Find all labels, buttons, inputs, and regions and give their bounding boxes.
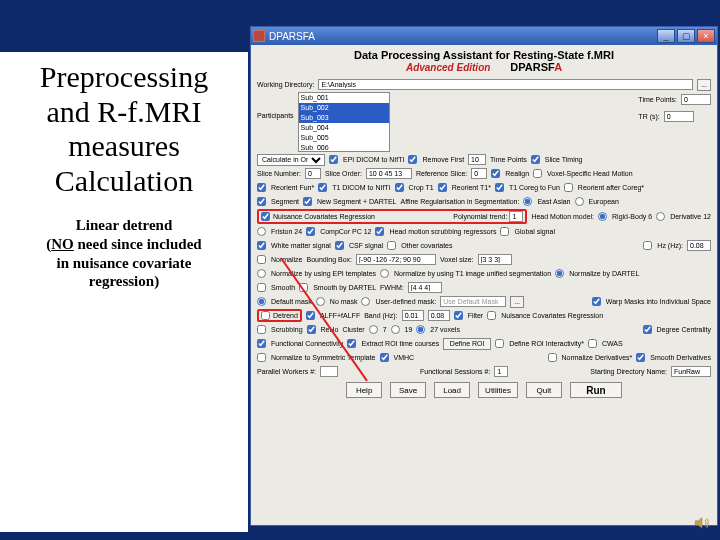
remove-first-n-input[interactable] [468, 154, 486, 165]
user-mask-browse-button[interactable]: ... [510, 296, 524, 308]
parallel-workers-input[interactable] [320, 366, 338, 377]
cluster27-radio[interactable] [416, 325, 425, 334]
segment-checkbox[interactable] [257, 197, 266, 206]
european-radio[interactable] [575, 197, 584, 206]
default-mask-radio[interactable] [257, 297, 266, 306]
wm-checkbox[interactable] [257, 241, 266, 250]
csf-checkbox[interactable] [335, 241, 344, 250]
slide-text-panel: Preprocessing and R-f.MRI measures Calcu… [0, 52, 248, 532]
titlebar[interactable]: DPARSFA _ ▢ × [251, 27, 717, 45]
list-item[interactable]: Sub_001 [299, 93, 389, 103]
functional-sessions-input[interactable] [494, 366, 508, 377]
east-asian-radio[interactable] [523, 197, 532, 206]
utilities-button[interactable]: Utilities [478, 382, 518, 398]
slice-order-input[interactable] [366, 168, 412, 179]
degree-centrality-checkbox[interactable] [643, 325, 652, 334]
list-item[interactable]: Sub_003 [299, 113, 389, 123]
working-dir-input[interactable] [318, 79, 693, 90]
voxel-hm-checkbox[interactable] [533, 169, 542, 178]
poly-trend-input[interactable] [509, 211, 523, 222]
fwhm-input[interactable] [408, 282, 442, 293]
compcor-checkbox[interactable] [306, 227, 315, 236]
starting-dir-input[interactable] [671, 366, 711, 377]
alff-checkbox[interactable] [306, 311, 315, 320]
list-item[interactable]: Sub_004 [299, 123, 389, 133]
load-button[interactable]: Load [434, 382, 470, 398]
no-mask-radio[interactable] [316, 297, 325, 306]
remove-first-checkbox[interactable] [408, 155, 417, 164]
app-edition: Advanced Edition [406, 62, 490, 73]
t1-dicom-checkbox[interactable] [318, 183, 327, 192]
cluster7-radio[interactable] [369, 325, 378, 334]
detrend-checkbox[interactable] [261, 311, 270, 320]
extract-roi-checkbox[interactable] [347, 339, 356, 348]
norm-dartel-radio[interactable] [555, 269, 564, 278]
epi-dicom-checkbox[interactable] [329, 155, 338, 164]
maximize-button[interactable]: ▢ [677, 29, 695, 43]
reorient-t1-checkbox[interactable] [438, 183, 447, 192]
vmhc-checkbox[interactable] [380, 353, 389, 362]
warp-masks-checkbox[interactable] [592, 297, 601, 306]
ref-slice-input[interactable] [471, 168, 487, 179]
run-button[interactable]: Run [570, 382, 622, 398]
define-roi-inter-checkbox[interactable] [495, 339, 504, 348]
realign-checkbox[interactable] [491, 169, 500, 178]
nuisance2-checkbox[interactable] [487, 311, 496, 320]
list-item[interactable]: Sub_002 [299, 103, 389, 113]
rigid-body-radio[interactable] [598, 212, 607, 221]
functional-sessions-label: Functional Sessions #: [420, 368, 490, 375]
participants-listbox[interactable]: Sub_001 Sub_002 Sub_003 Sub_004 Sub_005 … [298, 92, 390, 152]
norm-sym-checkbox[interactable] [257, 353, 266, 362]
working-dir-browse-button[interactable]: ... [697, 79, 711, 91]
slice-timing-checkbox[interactable] [531, 155, 540, 164]
smooth-deriv-checkbox[interactable] [636, 353, 645, 362]
norm-epi-radio[interactable] [257, 269, 266, 278]
help-button[interactable]: Help [346, 382, 382, 398]
voxel-size-label: Voxel size: [440, 256, 473, 263]
time-points-input[interactable] [681, 94, 711, 105]
norm-deriv-checkbox[interactable] [548, 353, 557, 362]
bounding-box-input[interactable] [356, 254, 436, 265]
list-item[interactable]: Sub_005 [299, 133, 389, 143]
fc-checkbox[interactable] [257, 339, 266, 348]
cwas-checkbox[interactable] [588, 339, 597, 348]
reorient-after-checkbox[interactable] [564, 183, 573, 192]
normalize-checkbox[interactable] [257, 255, 266, 264]
quit-button[interactable]: Quit [526, 382, 562, 398]
hz-checkbox[interactable] [643, 241, 652, 250]
band-hi-input[interactable] [428, 310, 450, 321]
poly-trend-label: Polynomial trend: [453, 213, 507, 220]
fwhm-label: FWHM: [380, 284, 404, 291]
cluster19-radio[interactable] [391, 325, 400, 334]
nuisance-checkbox[interactable] [261, 212, 270, 221]
hm-scrub-checkbox[interactable] [375, 227, 384, 236]
band-lo-input[interactable] [402, 310, 424, 321]
norm-t1-radio[interactable] [380, 269, 389, 278]
crop-t1-checkbox[interactable] [395, 183, 404, 192]
define-roi-button[interactable]: Define ROI [443, 338, 491, 350]
app-header: Data Processing Assistant for Resting-St… [251, 45, 717, 75]
head-motion-model-label: Head Motion model: [531, 213, 594, 220]
filter-checkbox[interactable] [454, 311, 463, 320]
user-mask-input[interactable] [440, 296, 506, 307]
smooth-checkbox[interactable] [257, 283, 266, 292]
tr-input[interactable] [664, 111, 694, 122]
calculate-in-select[interactable]: Calculate in Or... [257, 154, 325, 166]
deriv12-radio[interactable] [656, 212, 665, 221]
reorient-fun-checkbox[interactable] [257, 183, 266, 192]
scrubbing-checkbox[interactable] [257, 325, 266, 334]
hz-input[interactable] [687, 240, 711, 251]
slice-number-input[interactable] [305, 168, 321, 179]
friston24-radio[interactable] [257, 227, 266, 236]
list-item[interactable]: Sub_006 [299, 143, 389, 152]
minimize-button[interactable]: _ [657, 29, 675, 43]
other-cov-checkbox[interactable] [387, 241, 396, 250]
t1-coreg-checkbox[interactable] [495, 183, 504, 192]
user-mask-radio[interactable] [361, 297, 370, 306]
voxel-size-input[interactable] [478, 254, 512, 265]
new-segment-checkbox[interactable] [303, 197, 312, 206]
reho-checkbox[interactable] [307, 325, 316, 334]
global-signal-checkbox[interactable] [500, 227, 509, 236]
save-button[interactable]: Save [390, 382, 426, 398]
close-button[interactable]: × [697, 29, 715, 43]
